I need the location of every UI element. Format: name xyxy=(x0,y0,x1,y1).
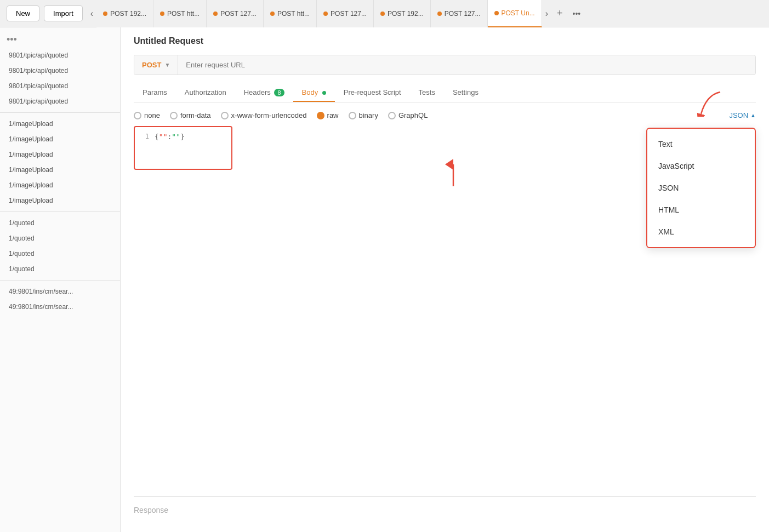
radio-binary xyxy=(349,112,356,119)
tab-7[interactable]: POST 127... xyxy=(431,0,488,27)
dropdown-javascript[interactable]: JavaScript xyxy=(647,155,755,177)
response-label: Response xyxy=(134,496,756,523)
tab-label-8: POST Un... xyxy=(502,9,535,17)
new-tab-button[interactable]: + xyxy=(551,8,568,19)
tab-settings[interactable]: Settings xyxy=(444,84,487,102)
request-title: Untitled Request xyxy=(134,36,756,46)
json-selector-container: JSON ▲ Text JavaScript JSON HTML XML xyxy=(729,111,756,119)
option-raw-label: raw xyxy=(327,111,339,119)
sidebar-item-s7[interactable]: 1/imageUpload xyxy=(0,147,120,162)
option-form-data[interactable]: form-data xyxy=(170,111,211,119)
tab-1[interactable]: POST 192... xyxy=(96,0,153,27)
option-none-label: none xyxy=(144,111,160,119)
option-urlencoded[interactable]: x-www-form-urlencoded xyxy=(221,111,307,119)
body-options: none form-data x-www-form-urlencoded raw xyxy=(134,111,756,119)
top-bar: New Import ‹ POST 192... POST htt... POS… xyxy=(0,0,769,27)
tab-dot-7 xyxy=(437,12,442,16)
sidebar-item-s8[interactable]: 1/imageUpload xyxy=(0,162,120,178)
sidebar-item-s9[interactable]: 1/imageUpload xyxy=(0,178,120,193)
tab-nav-left[interactable]: ‹ xyxy=(87,9,96,19)
sidebar-item-s5[interactable]: 1/imageUpload xyxy=(0,116,120,131)
tabs-bar: ‹ POST 192... POST htt... POST 127... PO… xyxy=(87,0,762,27)
sidebar-item-s1[interactable]: 9801/tpic/api/quoted xyxy=(0,48,120,63)
request-area: Untitled Request POST ▼ Params Authoriz xyxy=(121,27,769,496)
tab-authorization[interactable]: Authorization xyxy=(176,84,235,102)
tab-dot-8 xyxy=(494,11,499,15)
tab-3[interactable]: POST 127... xyxy=(207,0,264,27)
tab-headers[interactable]: Headers 8 xyxy=(235,84,293,102)
tab-5[interactable]: POST 127... xyxy=(317,0,374,27)
body-active-dot xyxy=(322,91,326,95)
tab-label-5: POST 127... xyxy=(331,10,367,18)
code-text: {"":""} xyxy=(155,133,185,141)
sidebar-item-s3[interactable]: 9801/tpic/api/quoted xyxy=(0,78,120,94)
tab-nav-right[interactable]: › xyxy=(542,9,551,19)
tab-dot-6 xyxy=(380,12,385,16)
dropdown-xml[interactable]: XML xyxy=(647,221,755,243)
tab-body[interactable]: Body xyxy=(293,84,335,102)
sidebar-item-s10[interactable]: 1/imageUpload xyxy=(0,193,120,208)
dropdown-html[interactable]: HTML xyxy=(647,199,755,221)
tab-label-7: POST 127... xyxy=(445,10,481,18)
main-area: ••• 9801/tpic/api/quoted 9801/tpic/api/q… xyxy=(0,27,769,532)
sidebar-item-s15[interactable]: 49:9801/ins/cm/sear... xyxy=(0,284,120,299)
import-button[interactable]: Import xyxy=(44,5,83,21)
tab-label-6: POST 192... xyxy=(388,10,424,18)
tab-4[interactable]: POST htt... xyxy=(264,0,317,27)
arrow-to-raw xyxy=(445,159,462,186)
option-graphql[interactable]: GraphQL xyxy=(388,111,428,119)
sidebar-item-s16[interactable]: 49:9801/ins/cm/sear... xyxy=(0,299,120,314)
tab-tests[interactable]: Tests xyxy=(410,84,444,102)
tab-2[interactable]: POST htt... xyxy=(153,0,207,27)
sidebar-divider-1 xyxy=(0,112,120,113)
tab-6[interactable]: POST 192... xyxy=(374,0,431,27)
dropdown-text[interactable]: Text xyxy=(647,133,755,155)
sidebar-item-s12[interactable]: 1/quoted xyxy=(0,231,120,246)
tab-params[interactable]: Params xyxy=(134,84,176,102)
code-editor[interactable]: 1 {"":""} xyxy=(134,126,232,170)
method-dropdown[interactable]: POST ▼ xyxy=(134,55,178,75)
method-chevron-icon: ▼ xyxy=(164,62,170,68)
line-number: 1 xyxy=(140,133,149,141)
radio-form-data xyxy=(170,112,178,119)
new-button[interactable]: New xyxy=(7,5,39,21)
dropdown-json[interactable]: JSON xyxy=(647,177,755,199)
sidebar-item-s4[interactable]: 9801/tpic/api/quoted xyxy=(0,94,120,109)
tab-label-2: POST htt... xyxy=(167,10,200,18)
radio-raw xyxy=(317,112,324,119)
tab-dot-1 xyxy=(103,12,107,16)
option-graphql-label: GraphQL xyxy=(398,111,428,119)
tab-8[interactable]: POST Un... xyxy=(488,0,542,27)
brace-close: } xyxy=(180,133,185,141)
option-none[interactable]: none xyxy=(134,111,160,119)
chevron-up-icon: ▲ xyxy=(750,112,756,118)
response-area: Response xyxy=(121,496,769,532)
radio-none xyxy=(134,112,141,119)
option-form-data-label: form-data xyxy=(180,111,211,119)
option-binary-label: binary xyxy=(359,111,378,119)
sidebar-item-s2[interactable]: 9801/tpic/api/quoted xyxy=(0,63,120,78)
tab-dot-5 xyxy=(323,12,328,16)
sidebar-divider-3 xyxy=(0,280,120,281)
tab-dot-4 xyxy=(270,12,275,16)
tab-prerequest[interactable]: Pre-request Script xyxy=(335,84,410,102)
sidebar-item-s13[interactable]: 1/quoted xyxy=(0,246,120,261)
headers-badge: 8 xyxy=(274,89,284,96)
json-selector[interactable]: JSON ▲ xyxy=(729,111,756,119)
sidebar-item-s11[interactable]: 1/quoted xyxy=(0,215,120,231)
option-raw[interactable]: raw xyxy=(317,111,339,119)
tab-dot-3 xyxy=(213,12,218,16)
content-area: Untitled Request POST ▼ Params Authoriz xyxy=(121,27,769,532)
option-binary[interactable]: binary xyxy=(349,111,378,119)
request-tabs: Params Authorization Headers 8 Body Pre xyxy=(134,84,756,102)
url-input[interactable] xyxy=(178,55,755,75)
brace-open: { xyxy=(155,133,159,141)
tabs-more-button[interactable]: ••• xyxy=(568,9,585,18)
code-line-1: 1 {"":""} xyxy=(140,133,226,141)
sidebar-item-s14[interactable]: 1/quoted xyxy=(0,261,120,277)
app: New Import ‹ POST 192... POST htt... POS… xyxy=(0,0,769,532)
sidebar-item-s6[interactable]: 1/imageUpload xyxy=(0,131,120,147)
sidebar-more-button[interactable]: ••• xyxy=(0,32,120,48)
tab-dot-2 xyxy=(160,12,164,16)
sidebar-divider-2 xyxy=(0,211,120,212)
